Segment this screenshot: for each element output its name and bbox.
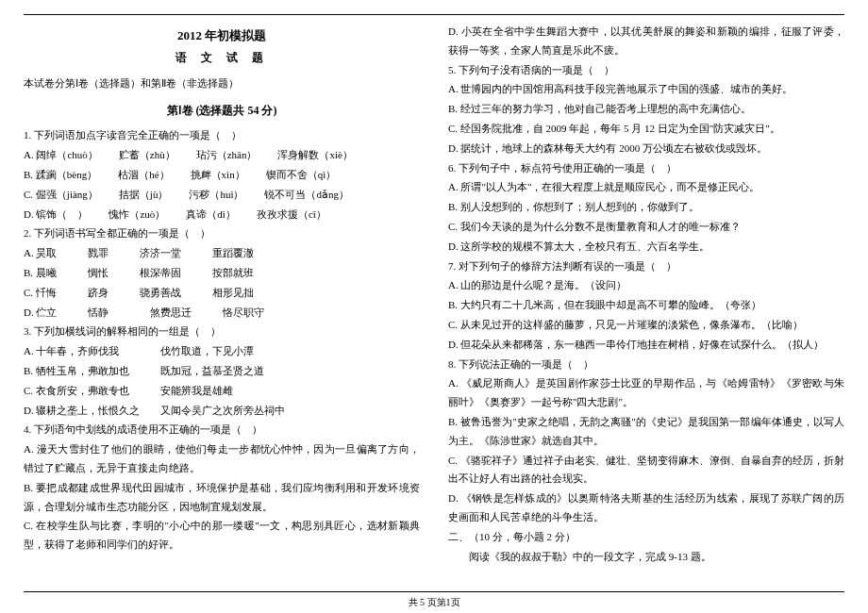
page-footer: 共 5 页第1页: [24, 594, 844, 611]
q8-b: B. 被鲁迅誉为"史家之绝唱，无韵之离骚"的《史记》是我国第一部编年体通史，以写…: [448, 413, 844, 451]
q1-b: B. 蹂躏（bèng） 枯涸（hé） 挑衅（xìn） 锲而不舍（qì）: [24, 166, 420, 185]
reading-intro: 阅读《我的叔叔于勒》中的一段文字，完成 9-13 题。: [448, 548, 844, 567]
q5-stem: 5. 下列句子没有语病的一项是（ ）: [448, 61, 844, 80]
q2-a: A. 昊取 戮罪 济济一堂 重蹈覆澈: [24, 244, 420, 263]
section-1-header: 第Ⅰ卷 (选择题共 54 分): [24, 101, 420, 122]
q8-a: A. 《威尼斯商人》是英国剧作家莎士比亚的早期作品，与《哈姆雷特》《罗密欧与朱丽…: [448, 374, 844, 412]
q4-stem: 4. 下列语句中划线的成语使用不正确的一项是（ ）: [24, 421, 420, 439]
q7-b: B. 大约只有二十几米高，但在我眼中却是高不可攀的险峰。（夸张）: [448, 296, 844, 315]
exam-title: 2012 年初模拟题: [24, 25, 420, 46]
q2-d: D. 伫立 恬静 煞费思迁 恪尽职守: [24, 304, 420, 323]
q3-b: B. 牺牲玉帛，弗敢加也 既加冠，益慕圣贤之道: [24, 362, 420, 381]
q6-c: C. 我们今天谈的是为什么分数不是衡量教育和人才的唯一标准？: [448, 218, 844, 237]
q4-a: A. 漫天大雪封住了他们的眼睛，使他们每走一步都忧心忡忡，因为一旦偏离了方向，错…: [24, 440, 420, 478]
q7-stem: 7. 对下列句子的修辞方法判断有误的一项是（ ）: [448, 257, 844, 276]
q6-a: A. 所谓"以人为本"，在很大程度上就是顺应民心，而不是修正民心。: [448, 178, 844, 197]
q5-b: B. 经过三年的努力学习，他对自己能否考上理想的高中充满信心。: [448, 100, 844, 119]
q6-stem: 6. 下列句子中，标点符号使用正确的一项是（ ）: [448, 159, 844, 178]
exam-note: 本试卷分第Ⅰ卷（选择题）和第Ⅱ卷（非选择题）: [24, 75, 420, 93]
q3-d: D. 辍耕之垄上，怅恨久之 又闻令吴广之次所旁丛祠中: [24, 402, 420, 421]
q6-d: D. 这所学校的规模不算太大，全校只有五、六百名学生。: [448, 238, 844, 257]
q1-c: C. 倔强（jiàng） 拮据（jù） 污秽（huì） 锐不可当（dǎng）: [24, 186, 420, 205]
q3-c: C. 衣食所安，弗敢专也 安能辨我是雄雌: [24, 382, 420, 401]
q5-c: C. 经国务院批准，自 2009 年起，每年 5 月 12 日定为全国"防灾减灾…: [448, 120, 844, 139]
q2-b: B. 晨曦 惆怅 根深蒂固 按部就班: [24, 264, 420, 283]
q5-d: D. 据统计，地球上的森林每天大约有 2000 万公顷左右被砍伐或毁坏。: [448, 140, 844, 158]
q8-stem: 8. 下列说法正确的一项是（ ）: [448, 356, 844, 374]
q3-stem: 3. 下列加横线词的解释相同的一组是（ ）: [24, 323, 420, 341]
q6-b: B. 别人没想到的，你想到了；别人想到的，你做到了。: [448, 198, 844, 217]
q4-c: C. 在校学生队与比赛，李明的"小心中的那一缕暖"一文，构思别具匠心，选材新颖典…: [24, 517, 420, 555]
q8-c: C. 《骆驼祥子》通过祥子由老实、健壮、坚韧变得麻木、潦倒、自暴自弃的经历，折射…: [448, 452, 844, 489]
q7-c: C. 从未见过开的这样盛的藤萝，只见一片璀璨的淡紫色，像条瀑布。（比喻）: [448, 316, 844, 335]
q1-a: A. 阔绰（chuò） 贮蓄（zhù） 玷污（zhān） 浑身解数（xiè）: [24, 146, 420, 165]
q2-stem: 2. 下列词语书写全都正确的一项是（ ）: [24, 224, 420, 243]
q1-stem: 1. 下列词语加点字读音完全正确的一项是（ ）: [24, 126, 420, 145]
q8-d: D. 《钢铁是怎样炼成的》以奥斯特洛夫斯基的生活经历为线索，展现了苏联广阔的历史…: [448, 489, 844, 527]
exam-subject: 语 文 试 题: [24, 48, 420, 69]
section-2-header: 二、（10 分，每小题 2 分）: [448, 528, 844, 547]
q3-a: A. 十年春，齐师伐我 伐竹取道，下见小潭: [24, 342, 420, 361]
q7-d: D. 但花朵从来都稀落，东一穗西一串伶仃地挂在树梢，好像在试探什么。（拟人）: [448, 336, 844, 355]
q1-d: D. 镔饰（ ） 愧怍（zuò） 真谛（dì） 孜孜求援（cī）: [24, 206, 420, 224]
q7-a: A. 山的那边是什么呢？是海。（设问）: [448, 276, 844, 295]
q2-c: C. 忏悔 跻身 骁勇善战 相形见拙: [24, 284, 420, 303]
q5-a: A. 世博园内的中国馆用高科技手段完善地展示了中国的强盛、城市的美好。: [448, 80, 844, 99]
q4-d: D. 小英在全省中学生舞蹈大赛中，以其优美舒展的舞姿和新颖的编排，征服了评委，获…: [448, 23, 844, 60]
q4-b: B. 要把成都建成世界现代田园城市，环境保护是基础，我们应均衡利用和开发环境资源…: [24, 479, 420, 517]
